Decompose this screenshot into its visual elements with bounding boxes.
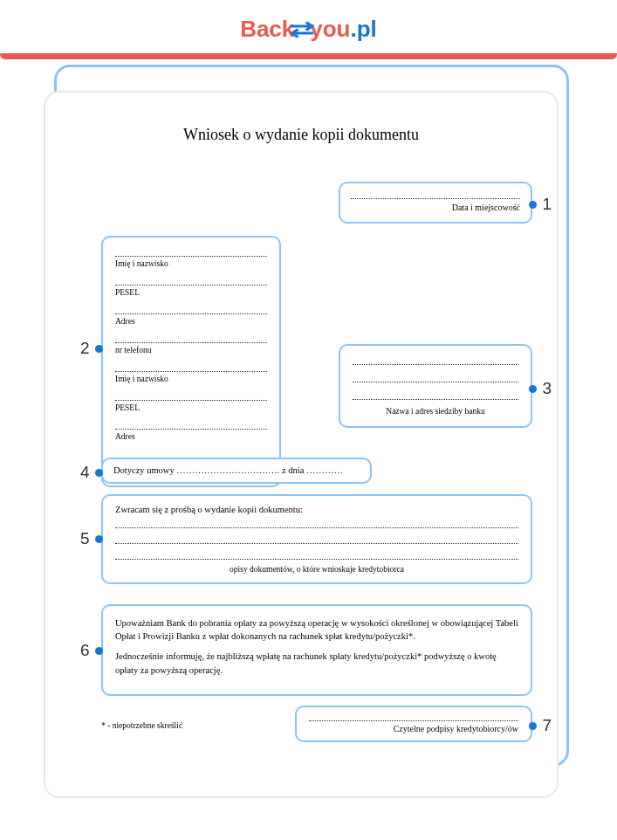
dotted-line (353, 372, 518, 382)
dotted-line (353, 355, 518, 365)
document-page: Wniosek o wydanie kopii dokumentu Data i… (44, 91, 559, 798)
box-applicant: Imię i nazwisko PESEL Adres nr telefonu … (101, 236, 281, 487)
marker-4: 4 (80, 463, 103, 482)
dot-icon (95, 345, 103, 353)
box-authorization: Upoważniam Bank do pobrania opłaty za po… (101, 604, 532, 696)
document-title: Wniosek o wydanie kopii dokumentu (70, 126, 532, 144)
dot-icon (95, 535, 103, 543)
box-request: Zwracam się z prośbą o wydanie kopii dok… (101, 494, 532, 584)
dot-icon (95, 647, 103, 655)
box-bank: Nazwa i adres siedziby banku (339, 344, 532, 428)
page-wrap: Wniosek o wydanie kopii dokumentu Data i… (0, 59, 617, 816)
header: Back⇄you.pl (0, 0, 617, 53)
label-pesel: PESEL (115, 288, 267, 297)
label-address2: Adres (115, 432, 267, 441)
request-intro: Zwracam się z prośbą o wydanie kopii dok… (115, 505, 518, 514)
marker-5: 5 (80, 529, 103, 548)
dot-icon (529, 201, 537, 209)
label-phone: nr telefonu (115, 346, 267, 355)
label-docs: opisy dokumentów, o które wnioskuje kred… (115, 565, 518, 574)
dotted-line (115, 518, 518, 528)
dotted-line (115, 390, 267, 401)
label-signature: Czytelne podpisy kredytobiorcy/ów (309, 724, 518, 733)
label-address: Adres (115, 317, 267, 326)
marker-6: 6 (80, 641, 103, 660)
box-date-place: Data i miejscowość (339, 182, 532, 224)
marker-7: 7 (529, 716, 552, 735)
dotted-line (351, 190, 520, 199)
dotted-line (309, 713, 518, 721)
label-pesel2: PESEL (115, 403, 267, 412)
dotted-line (115, 275, 267, 286)
dotted-line (115, 246, 267, 257)
marker-1: 1 (529, 195, 552, 214)
auth-p2: Jednocześnie informuję, że najbliższą wp… (115, 650, 518, 676)
label-bank: Nazwa i adres siedziby banku (353, 407, 518, 416)
dotted-line (115, 549, 518, 560)
dotted-line (353, 389, 518, 400)
dotted-line (115, 333, 267, 343)
dot-icon (95, 469, 103, 477)
swap-icon: ⇄ (290, 16, 315, 43)
box-signature: Czytelne podpisy kredytobiorcy/ów (295, 706, 532, 742)
footnote: * - niepotrzebne skreślić (101, 721, 182, 730)
dotted-line (115, 419, 267, 430)
marker-3: 3 (529, 379, 552, 398)
logo-you: you (310, 16, 350, 42)
dot-icon (529, 722, 537, 730)
label-name: Imię i nazwisko (115, 259, 267, 268)
dotted-line (115, 534, 518, 544)
contract-text: Dotyczy umowy ……………………………. z dnia ………… (113, 465, 343, 475)
label-date-place: Data i miejscowość (351, 203, 520, 212)
box-contract: Dotyczy umowy ……………………………. z dnia ………… (101, 458, 372, 484)
dotted-line (115, 304, 267, 314)
label-name2: Imię i nazwisko (115, 375, 267, 383)
logo: Back⇄you.pl (0, 16, 617, 43)
marker-2: 2 (80, 339, 103, 358)
dot-icon (529, 385, 537, 393)
logo-back: Back (240, 16, 294, 42)
logo-pl: .pl (351, 16, 377, 42)
dotted-line (115, 361, 267, 372)
divider-bar (0, 53, 617, 59)
auth-p1: Upoważniam Bank do pobrania opłaty za po… (115, 616, 518, 643)
